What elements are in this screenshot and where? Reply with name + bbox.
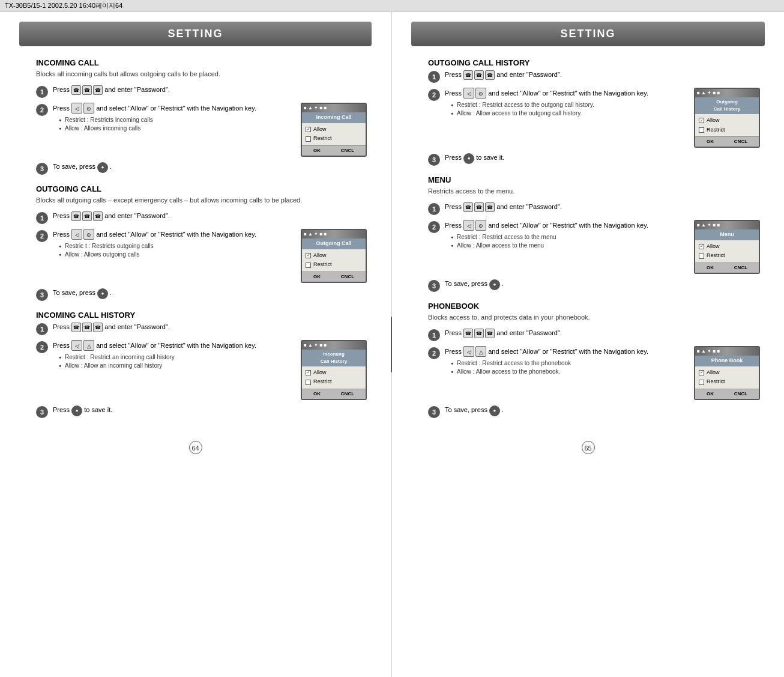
ih-restrict: Restrict — [306, 377, 362, 387]
ih-nav-2: △ — [83, 340, 94, 351]
screen-item-allow: Allow — [306, 125, 362, 135]
pb-cncl[interactable]: CNCL — [734, 390, 747, 398]
pb-num-1: 1 — [428, 329, 440, 341]
pb-ok[interactable]: OK — [707, 390, 714, 398]
och-step-2: 2 Press ◁ ⊙ and select "Allow" or "Restr… — [428, 88, 760, 148]
out-nav-icon-1: ◁ — [71, 229, 82, 240]
inc-hist-press-3: Press — [53, 406, 71, 413]
pb-text-1: and enter "Password". — [496, 329, 562, 336]
pb-nav-1: ◁ — [463, 346, 474, 357]
och-bullet-2: Allow : Allow access to the outgong call… — [451, 109, 688, 118]
out-screen-item-restrict: Restrict — [306, 260, 362, 270]
incoming-call-section: INCOMING CALL Blocks all incoming calls … — [36, 58, 367, 175]
nav-icon-1: ◁ — [71, 103, 82, 114]
page-num-65: 65 — [582, 441, 595, 454]
och-cncl[interactable]: CNCL — [734, 138, 747, 145]
bullet-2: Allow : Allows incoming calls — [59, 124, 295, 133]
save-button-3[interactable]: ● — [71, 405, 82, 416]
step-2-and-select: and select "Allow" or "Restrict" with th… — [96, 105, 256, 112]
out-restrict-label: Restrict — [313, 261, 332, 269]
och-press-3: Press — [445, 154, 463, 161]
out-cncl-btn[interactable]: CNCL — [341, 273, 354, 281]
out-step-3-text: To save, press — [53, 289, 97, 296]
menu-text-1: and enter "Password". — [496, 203, 562, 210]
och-bullets: Restrict : Restrict access to the outgon… — [451, 101, 688, 118]
menu-section: MENU Restricts access to the menu. 1 Pre… — [428, 175, 760, 292]
pb-allow-lbl: Allow — [707, 369, 720, 377]
ih-cncl[interactable]: CNCL — [341, 390, 354, 398]
step-3-text: To save, press — [53, 163, 97, 170]
pb-press-2: Press — [445, 348, 463, 355]
menu-select: and select "Allow" or "Restrict" with th… — [488, 222, 648, 229]
pb-body-3: To save, press ● . — [445, 405, 760, 416]
inc-hist-num-1: 1 — [36, 323, 48, 335]
menu-body-1: Press ☎ ☎ ☎ and enter "Password". — [445, 202, 760, 212]
inc-hist-body-1: Press ☎ ☎ ☎ and enter "Password". — [53, 322, 367, 332]
save-button-5[interactable]: ● — [489, 279, 500, 290]
ih-ok[interactable]: OK — [313, 390, 321, 398]
ih-phone-3: ☎ — [93, 323, 103, 332]
left-page: SETTING INCOMING CALL Blocks all incomin… — [0, 12, 392, 677]
ih-bullet-1: Restrict : Restrict an incoming call his… — [59, 353, 295, 362]
menu-screen: ■ ▲ ✦ ■ ■ Menu Allow Restric — [694, 220, 760, 274]
step-2-icons: ◁ ⊙ — [71, 103, 94, 114]
menu-title: MENU — [428, 175, 760, 184]
och-restrict: Restrict — [699, 126, 755, 135]
outgoing-history-screen: ■ ▲ ✦ ■ ■ OutgoingCall History Allow — [694, 88, 760, 148]
pb-bullet-2: Allow : Allow access to the phonebook. — [451, 368, 688, 376]
och-ok[interactable]: OK — [707, 138, 714, 145]
och-text-1: and enter "Password". — [496, 71, 562, 78]
out-nav-icon-2: ⊙ — [83, 229, 94, 240]
allow-checkbox — [306, 127, 311, 132]
screen-title: Incoming Call — [302, 112, 366, 123]
pb-footer: OK CNCL — [695, 389, 759, 399]
save-button-6[interactable]: ● — [489, 405, 500, 416]
menu-cncl[interactable]: CNCL — [734, 264, 747, 272]
och-scr-hdr: ■ ▲ ✦ ■ ■ — [695, 89, 759, 97]
save-button-1[interactable]: ● — [97, 162, 108, 173]
ok-btn[interactable]: OK — [313, 147, 321, 154]
outgoing-history-title: OUTGOING CALL HISTORY — [428, 58, 760, 67]
pb-allow-cb — [699, 370, 704, 375]
out-restrict-checkbox — [306, 263, 311, 268]
ih-restrict-cb — [306, 380, 311, 385]
right-page-content: OUTGOING CALL HISTORY 1 Press ☎ ☎ ☎ and … — [392, 58, 784, 435]
step-3-body: To save, press ● . — [53, 162, 367, 173]
out-bullet-2: Allow : Allows outgoing calls — [59, 250, 295, 259]
save-button-4[interactable]: ● — [463, 153, 474, 164]
inc-hist-step-2: 2 Press ◁ △ and select "Allow" or "Restr… — [36, 340, 367, 400]
ih-screen-body: Allow Restrict — [302, 366, 366, 389]
step-num-3: 3 — [36, 163, 48, 175]
out-step-3-body: To save, press ● . — [53, 288, 367, 299]
pb-allow: Allow — [699, 368, 755, 378]
out-screen-body: Allow Restrict — [302, 249, 366, 272]
left-setting-header: SETTING — [19, 22, 372, 46]
save-button-2[interactable]: ● — [97, 288, 108, 299]
step-2-body: Press ◁ ⊙ and select "Allow" or "Restric… — [53, 103, 367, 157]
cncl-btn[interactable]: CNCL — [341, 147, 354, 154]
outgoing-call-title: OUTGOING CALL — [36, 184, 367, 193]
inc-hist-save: to save it. — [84, 406, 112, 413]
menu-ok[interactable]: OK — [707, 264, 714, 272]
pb-press-1: Press — [445, 329, 463, 336]
ih-allow-cb — [306, 370, 311, 375]
out-step-num-2: 2 — [36, 230, 48, 242]
pb-scr-title: Phone Book — [695, 356, 759, 366]
menu-allow-cb — [699, 244, 704, 249]
och-num-1: 1 — [428, 71, 440, 83]
out-allow-checkbox — [306, 253, 311, 258]
menu-bullet-1: Restrict : Restrict access to the menu — [451, 233, 688, 241]
outgoing-step-2: 2 Press ◁ ⊙ and select "Allow" or "Restr… — [36, 229, 367, 283]
pb-press-3: To save, press — [445, 406, 489, 413]
out-step-1-body: Press ☎ ☎ ☎ and enter "Password". — [53, 211, 367, 221]
och-scr-title: OutgoingCall History — [695, 97, 759, 114]
och-phone-3: ☎ — [485, 70, 495, 80]
out-ok-btn[interactable]: OK — [313, 273, 321, 281]
menu-num-3: 3 — [428, 280, 440, 292]
phonebook-title: PHONEBOOK — [428, 302, 760, 311]
och-num-3: 3 — [428, 154, 440, 166]
pb-scr-hdr: ■ ▲ ✦ ■ ■ — [695, 347, 759, 356]
phone-icon-2: ☎ — [82, 85, 92, 95]
step-1-text: and enter "Password". — [104, 86, 170, 93]
menu-press-3: To save, press — [445, 280, 489, 287]
